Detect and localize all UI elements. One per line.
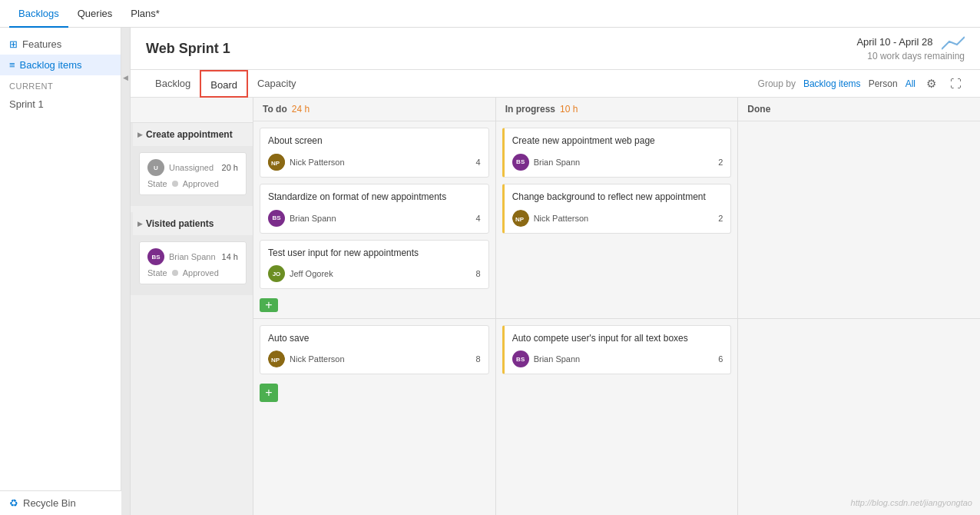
fullscreen-icon[interactable]: ⛶ bbox=[947, 75, 965, 91]
top-navigation: Backlogs Queries Plans* bbox=[0, 0, 980, 28]
sidebar-current-label: Current bbox=[0, 75, 121, 94]
group-by-label: Group by bbox=[758, 78, 796, 89]
card-auto-compete: Auto compete user's input for all text b… bbox=[502, 325, 732, 375]
sub-header-right: Group by Backlog items Person All ⚙ ⛶ bbox=[758, 75, 965, 92]
group-visited-patients: ▶ Visited patients BS Brian Spann 14 h S… bbox=[131, 212, 253, 295]
svg-text:NP: NP bbox=[515, 216, 525, 223]
np-face-icon: NP bbox=[268, 154, 285, 171]
tab-board[interactable]: Board bbox=[200, 70, 248, 98]
sub-header: Backlog Board Capacity Group by Backlog … bbox=[131, 70, 980, 98]
backlog-hours: 20 h bbox=[222, 163, 238, 172]
card-auto-save-person: Nick Patterson bbox=[290, 354, 472, 364]
inprogress-group1: Create new appointment web page BS Brian… bbox=[496, 121, 738, 318]
sidebar-label-backlog-items: Backlog items bbox=[20, 59, 82, 71]
date-chart-icon bbox=[942, 35, 965, 51]
card-about-screen-title: About screen bbox=[268, 135, 481, 148]
backlog-hours-2: 14 h bbox=[222, 252, 238, 261]
column-todo: To do 24 h About screen NP Nick Patterso… bbox=[253, 98, 496, 515]
bs-avatar-cwp: BS bbox=[512, 154, 529, 171]
chevron-down-icon: ▶ bbox=[137, 131, 143, 138]
person-all[interactable]: All bbox=[906, 78, 915, 89]
card-standardize-footer: BS Brian Spann 4 bbox=[268, 210, 481, 227]
sidebar-collapse-btn[interactable]: ◀ bbox=[121, 28, 131, 515]
recycle-bin[interactable]: ♻ Recycle Bin bbox=[0, 490, 121, 515]
np-avatar-changebg: NP bbox=[512, 210, 529, 227]
card-change-bg-hours: 2 bbox=[718, 214, 723, 223]
card-standardize: Standardize on format of new appointment… bbox=[260, 184, 489, 234]
tab-capacity[interactable]: Capacity bbox=[248, 70, 306, 98]
card-create-web-page-footer: BS Brian Spann 2 bbox=[512, 154, 723, 171]
card-auto-compete-hours: 6 bbox=[718, 354, 723, 364]
card-test-user: Test user input for new appointments JO … bbox=[260, 240, 489, 290]
todo-header: To do 24 h bbox=[253, 98, 495, 121]
recycle-icon: ♻ bbox=[9, 497, 18, 509]
card-about-screen-person: Nick Patterson bbox=[290, 158, 472, 167]
np-face-icon-autosave: NP bbox=[268, 351, 285, 367]
card-standardize-hours: 4 bbox=[476, 214, 481, 223]
card-test-user-title: Test user input for new appointments bbox=[268, 247, 481, 260]
np-avatar-autosave: NP bbox=[268, 351, 285, 367]
sprint-title: Web Sprint 1 bbox=[146, 41, 844, 57]
card-standardize-title: Standardize on format of new appointment… bbox=[268, 191, 481, 204]
tab-backlog[interactable]: Backlog bbox=[146, 70, 200, 98]
nav-backlogs[interactable]: Backlogs bbox=[9, 0, 68, 28]
backlog-column: ▶ Create appointment U Unassigned 20 h S… bbox=[131, 98, 253, 515]
nav-plans[interactable]: Plans* bbox=[121, 0, 169, 28]
state-label: State bbox=[147, 179, 167, 188]
assignee-row-2: BS Brian Spann 14 h bbox=[147, 248, 238, 265]
sidebar-sprint1[interactable]: Sprint 1 bbox=[0, 94, 121, 115]
sprint-date: April 10 - April 28 10 work days remaini… bbox=[856, 35, 965, 61]
unassigned-avatar: U bbox=[147, 159, 164, 176]
assignee-name-2: Brian Spann bbox=[169, 252, 216, 261]
card-create-web-page: Create new appointment web page BS Brian… bbox=[502, 128, 732, 178]
settings-icon[interactable]: ⚙ bbox=[923, 75, 939, 92]
recycle-bin-label: Recycle Bin bbox=[23, 497, 76, 509]
bs-avatar-std: BS bbox=[268, 210, 285, 227]
inprogress-group2: Auto compete user's input for all text b… bbox=[496, 319, 738, 516]
card-create-web-page-hours: 2 bbox=[718, 158, 723, 167]
group-create-appointment-body: U Unassigned 20 h State Approved bbox=[133, 146, 253, 206]
assignee-row: U Unassigned 20 h bbox=[147, 159, 238, 176]
card-auto-compete-title: Auto compete user's input for all text b… bbox=[512, 332, 723, 345]
backlog-card-create-appointment: U Unassigned 20 h State Approved bbox=[139, 152, 247, 195]
sidebar-sprint1-label: Sprint 1 bbox=[9, 98, 44, 110]
watermark: http://blog.csdn.net/jiangyongtao bbox=[851, 498, 972, 507]
sidebar-item-backlog-items[interactable]: ≡ Backlog items bbox=[0, 55, 121, 75]
bs-avatar-ac: BS bbox=[512, 351, 529, 367]
backlog-card-visited-patients: BS Brian Spann 14 h State Approved bbox=[139, 241, 247, 284]
card-auto-save-title: Auto save bbox=[268, 332, 481, 345]
group-spacer bbox=[131, 206, 253, 212]
card-auto-compete-footer: BS Brian Spann 6 bbox=[512, 351, 723, 367]
card-about-screen-hours: 4 bbox=[476, 158, 481, 167]
sidebar-item-features[interactable]: ⊞ Features bbox=[0, 34, 121, 55]
column-done: Done bbox=[738, 98, 980, 515]
group-by-value[interactable]: Backlog items bbox=[803, 78, 861, 89]
jo-avatar: JO bbox=[268, 265, 285, 282]
card-auto-compete-person: Brian Spann bbox=[534, 354, 714, 364]
bs-avatar-2: BS bbox=[147, 248, 164, 265]
todo-group2: Auto save NP Nick Patterson 8 + bbox=[253, 319, 495, 516]
todo-group1: About screen NP Nick Patterson 4 Standar… bbox=[253, 121, 495, 318]
nav-queries[interactable]: Queries bbox=[68, 0, 122, 28]
state-label-2: State bbox=[147, 268, 167, 277]
main-content: Web Sprint 1 April 10 - April 28 10 work… bbox=[131, 28, 980, 515]
add-todo-group2-btn[interactable]: + bbox=[260, 384, 278, 402]
card-about-screen: About screen NP Nick Patterson 4 bbox=[260, 128, 489, 178]
card-change-background: Change background to reflect new appoint… bbox=[502, 184, 732, 234]
add-todo-group1-btn[interactable]: + bbox=[260, 298, 278, 312]
svg-text:NP: NP bbox=[271, 357, 280, 364]
state-value-2: Approved bbox=[183, 268, 219, 277]
card-auto-save-footer: NP Nick Patterson 8 bbox=[268, 351, 481, 367]
group-create-appointment-header[interactable]: ▶ Create appointment bbox=[133, 123, 253, 146]
group-visited-patients-body: BS Brian Spann 14 h State Approved bbox=[133, 235, 253, 295]
inprogress-hours: 10 h bbox=[560, 104, 578, 115]
card-auto-save-hours: 8 bbox=[476, 354, 481, 364]
done-group1 bbox=[738, 121, 980, 318]
header-bar: Web Sprint 1 April 10 - April 28 10 work… bbox=[131, 28, 980, 70]
state-row-2: State Approved bbox=[147, 268, 238, 277]
state-dot bbox=[172, 181, 178, 187]
grid-icon: ⊞ bbox=[9, 38, 18, 50]
inprogress-label: In progress bbox=[505, 104, 555, 115]
group-visited-patients-header[interactable]: ▶ Visited patients bbox=[133, 212, 253, 235]
card-standardize-person: Brian Spann bbox=[290, 214, 472, 223]
